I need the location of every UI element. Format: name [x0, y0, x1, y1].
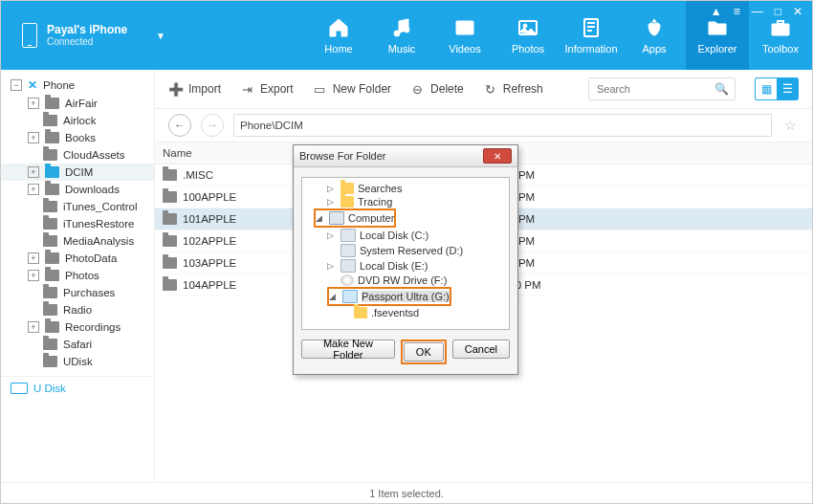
sidebar-item-mediaanalysis[interactable]: MediaAnalysis [1, 232, 154, 250]
tab-music[interactable]: Music [370, 1, 433, 70]
maximize-icon[interactable]: □ [775, 5, 781, 18]
row-name: .MISC [183, 169, 213, 181]
tree-label: Computer [348, 212, 394, 224]
tab-videos[interactable]: Videos [433, 1, 496, 70]
tree-expand-icon[interactable]: ▷ [327, 184, 337, 193]
tab-label: Information [564, 43, 617, 55]
tree-label: System Reserved (D:) [360, 245, 463, 256]
tree-label: Passport Ultra (G:) [362, 291, 450, 302]
sidebar-item-books[interactable]: +Books [1, 129, 154, 146]
menu-icon[interactable]: ≡ [734, 5, 740, 18]
tab-information[interactable]: Information [560, 1, 623, 70]
sidebar-item-photodata[interactable]: +PhotoData [1, 250, 154, 267]
expand-icon[interactable]: + [28, 252, 39, 264]
tab-apps[interactable]: Apps [623, 1, 686, 70]
tree-expand-icon[interactable]: ◢ [329, 292, 339, 301]
sidebar-item-downloads[interactable]: +Downloads [1, 181, 154, 198]
dialog-close-button[interactable]: ✕ [483, 148, 512, 164]
path-input[interactable]: Phone\DCIM [233, 114, 772, 137]
sidebar-item-purchases[interactable]: Purchases [1, 284, 154, 301]
dialog-title: Browse For Folder [299, 150, 483, 162]
sidebar-item-label: Downloads [65, 184, 120, 195]
minimize-icon[interactable]: — [752, 5, 763, 18]
favorite-icon[interactable]: ☆ [781, 118, 799, 133]
tree-node[interactable]: ◢Passport Ultra (G:) [329, 289, 450, 304]
sidebar-root-phone[interactable]: − ✕ Phone [1, 76, 154, 95]
user-icon[interactable]: ▲ [711, 5, 722, 18]
expand-icon[interactable]: + [28, 270, 39, 281]
expand-icon[interactable] [28, 357, 37, 366]
sidebar-item-dcim[interactable]: +DCIM [1, 164, 154, 181]
expand-icon[interactable] [28, 340, 37, 349]
tree-expand-icon[interactable]: ▷ [327, 261, 337, 271]
expand-icon[interactable]: + [28, 132, 39, 143]
grid-view-button[interactable]: ▦ [756, 78, 777, 99]
sidebar-item-label: Purchases [63, 287, 115, 298]
expand-icon[interactable] [28, 116, 37, 125]
expand-icon[interactable]: + [28, 98, 39, 109]
sidebar-root-label: Phone [43, 79, 75, 91]
expand-icon[interactable] [28, 219, 37, 229]
sidebar-item-itunesrestore[interactable]: iTunesRestore [1, 215, 154, 232]
tree-node[interactable]: ▷Local Disk (C:) [304, 228, 507, 243]
tree-node[interactable]: ▷Tracing [304, 195, 507, 208]
ok-button[interactable]: OK [404, 342, 444, 362]
import-button[interactable]: ➕Import [168, 82, 221, 97]
toolbar: ➕Import ⇥Export ▭New Folder ⊖Delete ↻Ref… [155, 70, 812, 109]
expand-icon[interactable] [28, 150, 37, 160]
tree-node[interactable]: .fseventsd [304, 306, 507, 319]
sidebar-item-label: iTunesRestore [63, 218, 134, 230]
sidebar-item-label: CloudAssets [63, 149, 125, 161]
tree-node[interactable]: ◢Computer [316, 210, 394, 226]
sidebar-item-safari[interactable]: Safari [1, 336, 154, 353]
folder-tree[interactable]: ▷Searches▷Tracing◢Computer▷Local Disk (C… [301, 177, 510, 330]
expand-icon[interactable] [28, 236, 37, 246]
sidebar-item-radio[interactable]: Radio [1, 301, 154, 318]
search-box[interactable]: 🔍 [588, 77, 736, 100]
sidebar-item-udisk[interactable]: UDisk [1, 353, 154, 370]
tree-node[interactable]: System Reserved (D:) [304, 243, 507, 258]
sidebar-item-label: Airlock [63, 115, 97, 126]
export-button[interactable]: ⇥Export [240, 82, 294, 97]
sidebar-item-airfair[interactable]: +AirFair [1, 95, 154, 112]
expand-icon[interactable] [28, 288, 37, 297]
forward-button[interactable]: → [201, 114, 224, 137]
sidebar-item-airlock[interactable]: Airlock [1, 112, 154, 129]
new-folder-button[interactable]: ▭New Folder [313, 82, 391, 97]
expand-icon[interactable] [28, 305, 37, 315]
list-view-button[interactable]: ☰ [777, 78, 798, 99]
sidebar-item-photos[interactable]: +Photos [1, 267, 154, 284]
collapse-icon[interactable]: − [11, 79, 22, 91]
search-input[interactable] [595, 82, 709, 96]
tab-photos[interactable]: Photos [496, 1, 560, 70]
row-name: 100APPLE [183, 191, 236, 203]
device-name: Payal's iPhone [47, 23, 127, 36]
tree-node[interactable]: ▷Searches [304, 182, 507, 195]
import-label: Import [188, 82, 221, 96]
expand-icon[interactable]: + [28, 166, 39, 178]
tab-label: Toolbox [762, 43, 799, 55]
tree-node[interactable]: DVD RW Drive (F:) [304, 274, 507, 287]
tree-node[interactable]: ▷Local Disk (E:) [304, 258, 507, 274]
make-new-folder-button[interactable]: Make New Folder [301, 340, 395, 359]
tree-expand-icon[interactable]: ◢ [316, 213, 325, 223]
sidebar-item-itunes_control[interactable]: iTunes_Control [1, 198, 154, 215]
disk-icon [341, 259, 356, 273]
delete-button[interactable]: ⊖Delete [410, 82, 464, 97]
device-selector[interactable]: Payal's iPhone Connected ▼ [1, 1, 187, 70]
expand-icon[interactable] [28, 202, 37, 211]
back-button[interactable]: ← [168, 114, 191, 137]
sidebar-item-recordings[interactable]: +Recordings [1, 318, 154, 336]
sidebar-item-cloudassets[interactable]: CloudAssets [1, 146, 154, 164]
search-icon[interactable]: 🔍 [714, 82, 729, 96]
expand-icon[interactable]: + [28, 321, 39, 333]
tree-expand-icon[interactable]: ▷ [327, 197, 337, 207]
row-name: 103APPLE [183, 257, 236, 269]
expand-icon[interactable]: + [28, 184, 39, 195]
cancel-button[interactable]: Cancel [452, 340, 510, 359]
tree-expand-icon[interactable]: ▷ [327, 230, 337, 240]
sidebar-udisk[interactable]: U Disk [1, 376, 154, 400]
tab-home[interactable]: Home [307, 1, 370, 70]
refresh-button[interactable]: ↻Refresh [483, 82, 543, 97]
close-icon[interactable]: ✕ [793, 5, 802, 18]
